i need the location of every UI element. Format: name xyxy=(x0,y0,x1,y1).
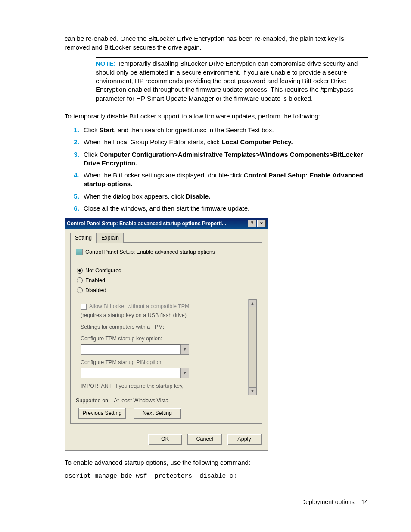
dialog-titlebar: Control Panel Setup: Enable advanced sta… xyxy=(65,218,268,229)
note-label: NOTE: xyxy=(96,60,116,67)
tab-explain[interactable]: Explain xyxy=(97,233,124,243)
cfg-key-label: Configure TPM startup key option: xyxy=(81,335,247,342)
chevron-down-icon[interactable]: ▼ xyxy=(181,344,189,355)
settings-tpm-label: Settings for computers with a TPM: xyxy=(81,324,247,331)
step-6: Close all the windows, and then start th… xyxy=(81,204,368,213)
footer-section: Deployment options xyxy=(301,498,355,505)
step-2: When the Local Group Policy Editor start… xyxy=(81,138,368,146)
steps-list: Click Start, and then search for gpedit.… xyxy=(65,126,368,213)
ok-button[interactable]: OK xyxy=(148,434,182,445)
step-4: When the BitLocker settings are displaye… xyxy=(81,171,368,189)
cfg-key-combo[interactable] xyxy=(81,344,181,355)
radio-icon xyxy=(77,287,83,293)
radio-label: Not Configured xyxy=(85,267,121,274)
page-footer: Deployment options 14 xyxy=(301,498,368,506)
radio-disabled[interactable]: Disabled xyxy=(77,287,257,294)
step-5: When the dialog box appears, click Disab… xyxy=(81,192,368,201)
cancel-button[interactable]: Cancel xyxy=(187,434,222,445)
important-note: IMPORTANT: If you require the startup ke… xyxy=(81,383,247,390)
cfg-pin-combo[interactable] xyxy=(81,368,181,378)
help-button[interactable]: ? xyxy=(248,220,256,227)
radio-not-configured[interactable]: Not Configured xyxy=(77,267,257,274)
intro-paragraph: can be re-enabled. Once the BitLocker Dr… xyxy=(65,34,368,52)
note-text: Temporarily disabling BitLocker Drive En… xyxy=(96,60,358,102)
dialog-title: Control Panel Setup: Enable advanced sta… xyxy=(67,220,247,227)
previous-setting-button[interactable]: Previous Setting xyxy=(78,408,126,419)
radio-label: Enabled xyxy=(85,277,105,284)
options-scrollbar[interactable]: ▲ ▼ xyxy=(248,299,256,395)
cfg-pin-label: Configure TPM startup PIN option: xyxy=(81,359,247,366)
dialog-tabs: Setting Explain xyxy=(70,233,262,243)
options-panel: ▲ ▼ Allow BitLocker without a compatible… xyxy=(76,299,257,395)
next-setting-button[interactable]: Next Setting xyxy=(134,408,181,419)
close-button[interactable]: × xyxy=(257,220,266,227)
radio-enabled[interactable]: Enabled xyxy=(77,277,257,284)
radio-label: Disabled xyxy=(85,287,106,294)
scroll-down-icon[interactable]: ▼ xyxy=(249,387,256,395)
note-block: NOTE: Temporarily disabling BitLocker Dr… xyxy=(96,57,368,106)
chevron-down-icon[interactable]: ▼ xyxy=(181,368,189,378)
setting-name: Control Panel Setup: Enable advanced sta… xyxy=(85,249,215,256)
lead-in-paragraph: To temporarily disable BitLocker support… xyxy=(65,112,368,121)
setting-icon xyxy=(76,249,83,255)
supported-on: Supported on: At least Windows Vista xyxy=(76,397,257,404)
step-1: Click Start, and then search for gpedit.… xyxy=(81,126,368,134)
scroll-up-icon[interactable]: ▲ xyxy=(249,299,256,307)
footer-page-number: 14 xyxy=(361,498,368,505)
command-code: cscript manage-bde.wsf -protectors -disa… xyxy=(65,472,368,481)
after-dialog-paragraph: To enable advanced startup options, use … xyxy=(65,458,368,467)
apply-button[interactable]: Apply xyxy=(227,434,262,445)
radio-icon xyxy=(77,268,83,274)
checkbox-sublabel: (requires a startup key on a USB flash d… xyxy=(81,312,247,319)
step-3: Click Computer Configuration>Administrat… xyxy=(81,150,368,168)
radio-icon xyxy=(77,277,83,283)
checkbox-label: Allow BitLocker without a compatible TPM xyxy=(89,303,190,310)
checkbox-allow-no-tpm[interactable] xyxy=(81,304,87,310)
gp-dialog: Control Panel Setup: Enable advanced sta… xyxy=(65,218,268,451)
tab-setting[interactable]: Setting xyxy=(70,233,97,243)
